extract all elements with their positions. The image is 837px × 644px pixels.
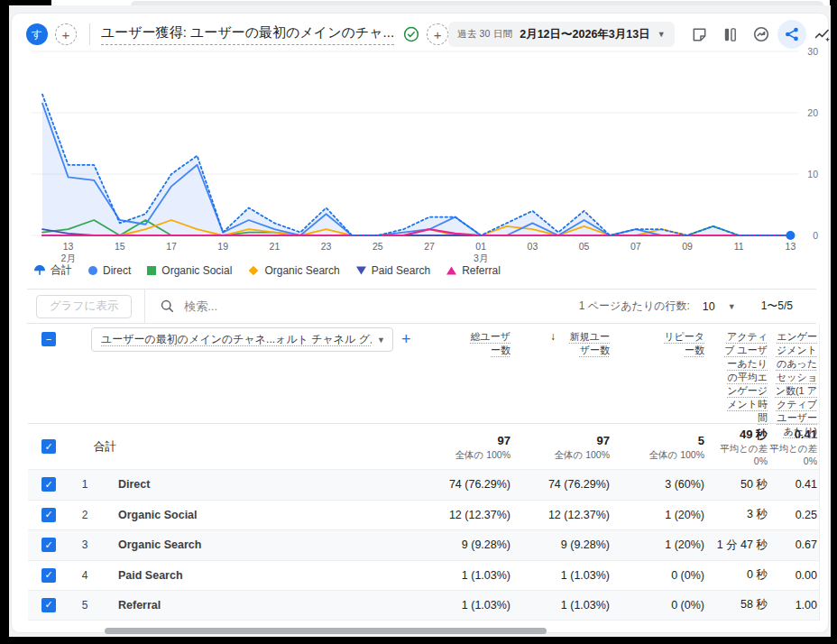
- legend-item-合計[interactable]: 合計: [33, 262, 72, 278]
- totals-checkbox[interactable]: ✓: [41, 439, 56, 454]
- row-checkbox[interactable]: ✓: [41, 538, 56, 552]
- x-axis-label: 013月: [465, 241, 496, 264]
- rows-per-page-dropdown-icon[interactable]: ▼: [728, 302, 736, 311]
- page-background: す + ユーザー獲得: ユーザーの最初のメインのチャ... + 過去 30 日間…: [9, 5, 831, 637]
- x-axis-label: 17: [156, 241, 187, 253]
- x-axis-label: 09: [672, 241, 703, 253]
- table-row: ✓ 2 Organic Social 12 (12.37%) 12 (12.37…: [28, 500, 819, 530]
- chart-legend: 合計DirectOrganic SocialOrganic SearchPaid…: [33, 262, 516, 278]
- x-axis-label: 15: [105, 241, 135, 253]
- channel-name: Organic Search: [100, 538, 423, 551]
- sort-desc-icon: ↓: [550, 330, 556, 343]
- channel-name: Paid Search: [100, 569, 423, 582]
- legend-item-Organic Search[interactable]: Organic Search: [247, 264, 339, 277]
- column-header-returning-users[interactable]: リピーター数: [610, 324, 704, 438]
- table-row: ✓ 5 Referral 1 (1.03%) 1 (1.03%) 0 (0%) …: [28, 590, 819, 621]
- rows-per-page-label: 1 ページあたりの行数:: [579, 299, 690, 314]
- row-checkbox[interactable]: ✓: [41, 568, 56, 583]
- row-checkbox[interactable]: ✓: [41, 598, 56, 612]
- table-header: − ユーザーの最初のメインのチャネ...ォルト チャネル グループ) ▼ + 総…: [28, 324, 819, 423]
- column-header-new-users[interactable]: ↓新規ユーザー数: [510, 324, 610, 438]
- y-axis-label: 10: [787, 169, 818, 179]
- legend-item-Referral[interactable]: Referral: [446, 264, 501, 277]
- x-axis-label: 05: [569, 241, 600, 253]
- x-axis-label: 11: [723, 241, 754, 253]
- pagination-range: 1〜5/5: [761, 299, 793, 314]
- table-row: ✓ 1 Direct 74 (76.29%) 74 (76.29%) 3 (60…: [28, 469, 819, 500]
- legend-item-Organic Social[interactable]: Organic Social: [146, 264, 232, 277]
- search-icon: [160, 299, 175, 314]
- legend-item-Direct[interactable]: Direct: [87, 264, 131, 277]
- channel-name: Organic Social: [100, 509, 423, 521]
- row-checkbox[interactable]: ✓: [41, 508, 56, 522]
- report-card: す + ユーザー獲得: ユーザーの最初のメインのチャ... + 過去 30 日間…: [11, 13, 829, 633]
- channel-name: Referral: [100, 599, 423, 612]
- column-header-total-users[interactable]: 総ユーザー数: [423, 324, 510, 438]
- chevron-down-icon: ▼: [658, 30, 666, 39]
- row-checkbox[interactable]: ✓: [41, 477, 56, 492]
- x-axis-label: 27: [414, 241, 445, 253]
- rows-per-page-value[interactable]: 10: [703, 300, 715, 313]
- x-axis-label: 13: [775, 241, 805, 253]
- table-toolbar: グラフに表示 1 ページあたりの行数: 10 ▼ 1〜5/5: [27, 289, 816, 324]
- channel-name: Direct: [100, 478, 423, 491]
- chart-plot[interactable]: [32, 44, 825, 248]
- x-axis-label: 03: [517, 241, 547, 253]
- y-axis-label: 30: [787, 46, 818, 57]
- column-header-engaged-sessions[interactable]: エンゲージメントのあったセッション数(1 アクティブ ユーザーあたり): [768, 324, 817, 438]
- column-header-avg-engagement-time[interactable]: アクティブ ユーザーあたりの平均エンゲージメント時間: [704, 324, 768, 438]
- legend-item-Paid Search[interactable]: Paid Search: [355, 264, 430, 277]
- table-row: ✓ 4 Paid Search 1 (1.03%) 1 (1.03%) 0 (0…: [28, 560, 819, 591]
- horizontal-scrollbar[interactable]: [105, 628, 547, 634]
- x-axis-label: 23: [311, 241, 342, 253]
- pagination: 1 ページあたりの行数: 10 ▼ 1〜5/5: [579, 299, 816, 314]
- y-axis-label: 0: [787, 230, 818, 241]
- x-axis-label: 19: [207, 241, 238, 253]
- table-row: ✓ 3 Organic Search 9 (9.28%) 9 (9.28%) 1…: [28, 529, 819, 560]
- x-axis-label: 132月: [53, 241, 84, 264]
- search-input[interactable]: [184, 299, 455, 313]
- search-box: [160, 299, 579, 314]
- x-axis-label: 21: [259, 241, 290, 253]
- x-axis-label: 07: [621, 241, 651, 253]
- y-axis-label: 20: [787, 107, 818, 118]
- x-axis-label: 25: [363, 241, 393, 253]
- show-in-graph-button[interactable]: グラフに表示: [36, 295, 132, 318]
- timeseries-chart: 3020100 132月15171921232527013月0305070911…: [12, 39, 828, 290]
- totals-label: 合計: [69, 439, 423, 455]
- data-table: − ユーザーの最初のメインのチャネ...ォルト チャネル グループ) ▼ + 総…: [28, 324, 820, 621]
